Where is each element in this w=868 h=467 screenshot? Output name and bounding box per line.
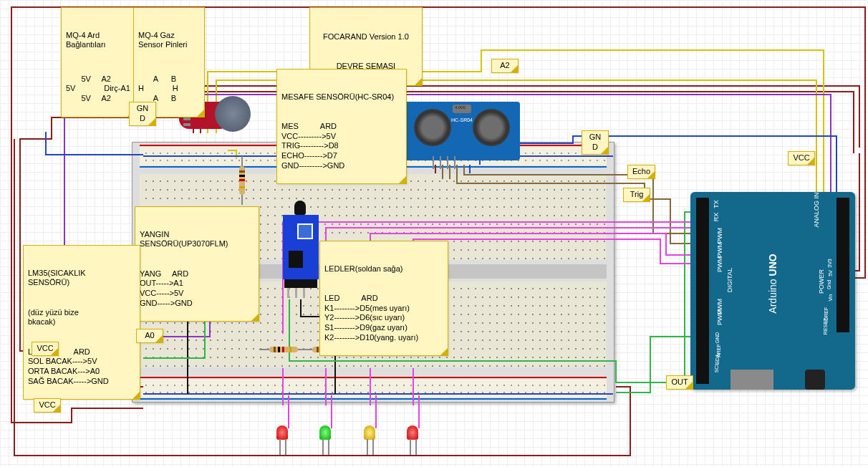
ard-lbl-tx: TX [713,200,720,208]
ard-lbl-reset: RESET [823,318,828,334]
hcsr04-brand: 4.000 [455,105,466,110]
tag-gnd-right: GN D [582,130,609,155]
tag-out: OUT [666,375,693,390]
hcsr04-label: HC-SR04 [451,117,473,122]
tag-a0: A0 [136,329,163,343]
ard-lbl-3v3: 3V3 [826,259,831,267]
ard-lbl-sda: SDA [715,354,720,364]
ard-lbl-pwm1: PWM [716,228,723,244]
led-1 [319,425,332,444]
ard-lbl-pwm3: PWM [716,256,723,272]
note-flame-body: YANG ARD OUT----->A1 VCC----->5V GND----… [140,269,254,309]
flame-sensor [269,201,326,294]
note-flame-title: YANGIN SENSÖRÜ(UP3070FLM) [140,230,254,250]
led-3 [407,425,420,444]
ard-lbl-pwm2: PWM [716,242,723,258]
note-leds: LEDLER(soldan sağa) LED ARD K1-------->D… [319,241,448,356]
note-mq4-gas-body: A B H H A B [138,74,200,104]
led-2 [364,425,377,444]
tag-a2: A2 [491,59,519,73]
ard-lbl-pwm5: PWM [716,309,723,325]
note-lm35-title: LM35(SICAKLIK SENSÖRÜ) [28,269,135,289]
tag-trig: Trig [623,188,650,202]
note-hcsr04: MESAFE SENSÖRÜ(HC-SR04) MES ARD VCC-----… [276,69,407,184]
hcsr04-sensor: 4.000 HC-SR04 [404,102,520,160]
note-mq4-ard-title: MQ-4 Ard Bağlantıları [66,31,130,51]
tag-echo: Echo [627,165,655,179]
ard-lbl-rx: RX [713,213,720,222]
arduino-analog-power-header [836,198,849,332]
note-leds-title: LEDLER(soldan sağa) [324,264,443,274]
note-mq4-ard-body: 5V A2 5V Dirç-A1 5V A2 [66,74,130,104]
note-lm35: LM35(SICAKLIK SENSÖRÜ) (düz yüzü bize bk… [23,245,140,400]
tag-vcc-2: VCC [34,398,61,413]
led-resistor-0 [269,347,298,352]
tag-vcc-1: VCC [32,342,59,356]
ard-lbl-digital: DIGITAL [726,268,733,292]
ard-lbl-power: POWER [818,269,825,294]
ard-lbl-scl: SCL [714,363,719,373]
arduino-usb-port [730,370,773,390]
led-0 [276,425,289,444]
note-hcsr04-body: MES ARD VCC--------->5V TRIG--------->D8… [281,122,402,171]
arduino-uno: Arduino UNO TX RX PWM PWM PWM PWM PWM DI… [690,192,855,390]
ard-lbl-analog: ANALOG IN [812,192,819,227]
note-mq4-ard: MQ-4 Ard Bağlantıları 5V A2 5V Dirç-A1 5… [61,7,135,117]
ard-lbl-vin: Vin [828,294,833,302]
mq4-resistor [239,166,245,195]
arduino-dc-jack [805,370,825,390]
note-flame: YANGIN SENSÖRÜ(UP3070FLM) YANG ARD OUT--… [135,206,259,322]
note-hcsr04-title: MESAFE SENSÖRÜ(HC-SR04) [281,92,402,102]
note-mq4-gas-title: MQ-4 Gaz Sensor Pinleri [138,31,200,51]
ard-lbl-gnd: Gnd [826,280,831,289]
note-leds-body: LED ARD K1-------->D5(mes uyarı) Y2-----… [324,294,443,343]
arduino-model: UNO [767,254,778,276]
tag-gnd-left: GN D [129,102,156,126]
tag-vcc-3: VCC [788,151,815,165]
ard-lbl-gnd2: GND [715,332,720,344]
arduino-digital-header [696,198,709,384]
note-mq4-gas: MQ-4 Gaz Sensor Pinleri A B H H A B [133,7,205,117]
arduino-name: Arduino [767,279,778,313]
title-line1: FOCARAND Version 1.0 [323,32,409,42]
ard-lbl-5v: 5V [828,270,833,276]
note-lm35-sub: (düz yüzü bize bkacak) [28,308,135,328]
